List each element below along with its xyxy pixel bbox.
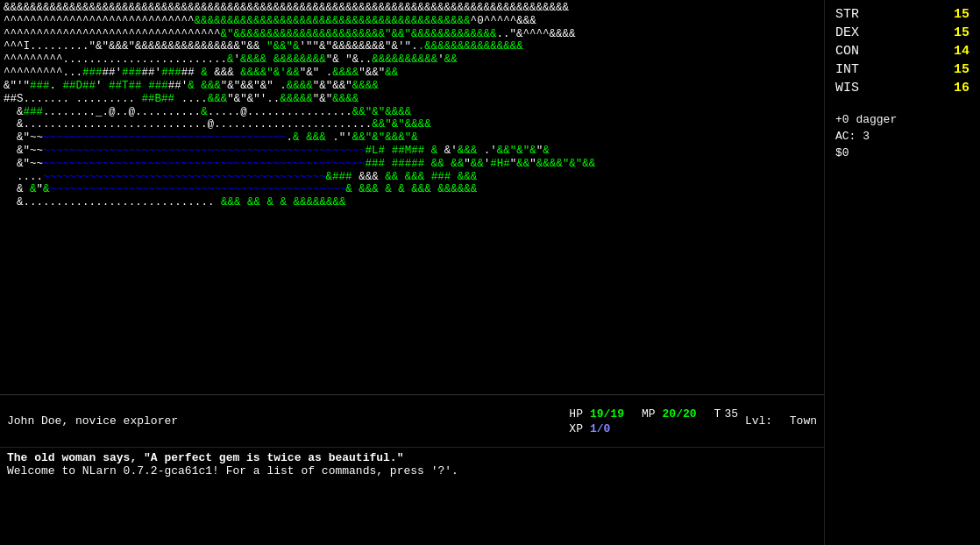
attr-int: INT 15 bbox=[835, 62, 969, 77]
map-area[interactable]: &&&&&&&&&&&&&&&&&&&&&&&&&&&&&&&&&&&&&&&&… bbox=[0, 0, 824, 394]
attr-str: STR 15 bbox=[835, 7, 969, 22]
attr-str-label: STR bbox=[835, 7, 859, 22]
attr-int-val: 15 bbox=[954, 62, 969, 77]
attr-dex: DEX 15 bbox=[835, 25, 969, 40]
equip-ac: AC: 3 bbox=[835, 130, 969, 143]
game-area: &&&&&&&&&&&&&&&&&&&&&&&&&&&&&&&&&&&&&&&&… bbox=[0, 0, 824, 545]
hp-label: HP bbox=[569, 407, 583, 421]
t-value: 35 bbox=[724, 407, 738, 421]
lvl-label: Lvl: bbox=[745, 414, 772, 428]
lvl-value: Town bbox=[790, 414, 817, 428]
attr-wis: WIS 16 bbox=[835, 81, 969, 96]
attr-con: CON 14 bbox=[835, 44, 969, 59]
attr-str-val: 15 bbox=[954, 7, 969, 22]
t-label: T bbox=[714, 407, 721, 421]
xp-label: XP bbox=[569, 422, 583, 435]
equip-gold: $0 bbox=[835, 146, 969, 159]
message-2: Welcome to NLarn 0.7.2-gca61c1! For a li… bbox=[7, 464, 817, 478]
mp-value: 20/20 bbox=[663, 407, 697, 421]
attr-con-label: CON bbox=[835, 44, 859, 59]
message-1: The old woman says, "A perfect gem is tw… bbox=[7, 451, 817, 464]
attr-dex-val: 15 bbox=[954, 25, 969, 40]
map-canvas: &&&&&&&&&&&&&&&&&&&&&&&&&&&&&&&&&&&&&&&&… bbox=[4, 2, 820, 209]
message-area: The old woman says, "A perfect gem is tw… bbox=[0, 447, 824, 506]
attr-wis-val: 16 bbox=[954, 81, 969, 96]
lvl-display: Lvl: Town bbox=[745, 414, 817, 428]
attr-con-val: 14 bbox=[954, 44, 969, 59]
sidebar: STR 15 DEX 15 CON 14 INT 15 WIS 16 +0 da… bbox=[824, 0, 980, 545]
status-bar: John Doe, novice explorer HP 19/19 MP 20… bbox=[0, 394, 824, 447]
attr-int-label: INT bbox=[835, 62, 859, 77]
status-bot-row: XP 1/0 bbox=[569, 422, 738, 435]
two-row-status: HP 19/19 MP 20/20 T 35 XP 1/0 bbox=[569, 407, 738, 435]
location-info: Lvl: Town bbox=[738, 414, 817, 428]
equip-weapon: +0 dagger bbox=[835, 113, 969, 126]
attr-dex-label: DEX bbox=[835, 25, 859, 40]
xp-value: 1/0 bbox=[590, 422, 610, 435]
hp-value: 19/19 bbox=[590, 407, 624, 421]
sidebar-divider bbox=[835, 99, 969, 110]
main-container: &&&&&&&&&&&&&&&&&&&&&&&&&&&&&&&&&&&&&&&&… bbox=[0, 0, 980, 545]
mp-label: MP bbox=[642, 407, 656, 421]
status-top-row: HP 19/19 MP 20/20 T 35 bbox=[569, 407, 738, 421]
attr-wis-label: WIS bbox=[835, 81, 859, 96]
player-name: John Doe, novice explorer bbox=[7, 414, 569, 428]
